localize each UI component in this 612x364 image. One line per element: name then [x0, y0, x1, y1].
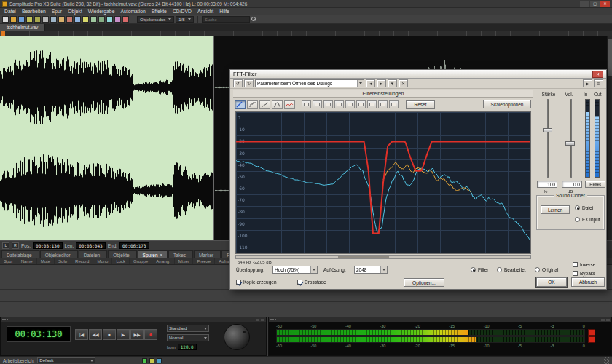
crossfade-checkbox[interactable]: Crossfade	[297, 280, 326, 285]
tab-objekte[interactable]: Objekte	[108, 250, 136, 258]
project-tab[interactable]: tschhelmut.vav	[0, 24, 45, 31]
maximize-button[interactable]: ▢	[590, 1, 600, 7]
track-column-header[interactable]: Gruppe	[130, 258, 152, 264]
spectral-pencil-icon[interactable]	[284, 100, 295, 109]
copy-icon[interactable]	[50, 16, 57, 23]
preset-combo[interactable]: Parameter beim Öffnen des Dialogs	[255, 79, 364, 87]
workspace-combo[interactable]: Default	[37, 357, 95, 363]
close-icon[interactable]: ×	[160, 253, 163, 257]
graph-hscrollbar[interactable]	[235, 255, 531, 259]
clip-indicator-left[interactable]	[588, 329, 595, 336]
vertical-scrollbar[interactable]	[607, 36, 612, 240]
delete-icon[interactable]	[66, 16, 73, 23]
record-setup-icon[interactable]	[122, 16, 129, 23]
volume-slider[interactable]	[565, 99, 576, 178]
right-channel-button[interactable]: R	[12, 242, 19, 249]
new-vip-icon[interactable]	[2, 16, 9, 23]
checkbox-icon[interactable]	[297, 280, 302, 285]
close-button[interactable]: ✕	[600, 1, 610, 7]
sync-status-icon[interactable]	[157, 358, 162, 363]
zoom-in-icon[interactable]	[90, 16, 97, 23]
stop-button[interactable]: ■	[103, 329, 116, 340]
object-mode-combo[interactable]: Objektmodus	[137, 16, 174, 23]
freehand-pencil-icon[interactable]	[235, 100, 246, 109]
track-column-header[interactable]: Mono	[93, 258, 112, 264]
timeline-marker[interactable]	[1, 31, 5, 36]
save-preset-icon[interactable]: ▼	[388, 79, 397, 87]
search-input[interactable]	[202, 16, 250, 23]
track-column-header[interactable]: Spur	[0, 258, 17, 264]
next-preset-icon[interactable]: ►	[377, 79, 386, 87]
mixer-icon[interactable]	[114, 16, 121, 23]
checkbox-icon[interactable]	[236, 280, 241, 285]
open-icon[interactable]	[10, 16, 17, 23]
ok-button[interactable]: OK	[536, 277, 567, 287]
grid-toggle-icon[interactable]	[378, 100, 388, 108]
line-tool-icon[interactable]	[259, 100, 270, 109]
search-icon[interactable]	[251, 17, 256, 22]
dialog-menu-icon[interactable]: ≡	[594, 79, 603, 87]
track-column-header[interactable]: Solo	[55, 258, 71, 264]
paste-icon[interactable]	[58, 16, 65, 23]
skip-start-button[interactable]: |◀	[75, 329, 88, 340]
track-column-header[interactable]: Lock	[112, 258, 130, 264]
monitor-edited-option[interactable]: Bearbeitet	[497, 267, 526, 272]
swap-ab-icon[interactable]	[345, 100, 355, 108]
mouse-mode-icon[interactable]	[74, 16, 81, 23]
strength-slider[interactable]	[543, 99, 553, 178]
panel-minimize-icon[interactable]	[601, 319, 605, 321]
create-copy-checkbox[interactable]: Kopie erzeugen	[236, 280, 277, 285]
radio-icon[interactable]	[471, 267, 476, 272]
snap-toggle-icon[interactable]	[106, 16, 113, 23]
smooth-curve-icon[interactable]	[367, 100, 377, 108]
drag-handle-icon[interactable]	[270, 319, 276, 320]
dialog-titlebar[interactable]: FFT-Filter ✕	[230, 70, 606, 79]
range-mode-icon[interactable]	[82, 16, 89, 23]
track-column-header[interactable]: Mute	[37, 258, 55, 264]
tab-dateiablage[interactable]: Dateiablage	[1, 250, 39, 258]
invert-curve-icon[interactable]	[356, 100, 366, 108]
link-channels-icon[interactable]	[389, 100, 399, 108]
undo-icon[interactable]	[26, 16, 33, 23]
playback-mode-combo[interactable]: Normal	[167, 334, 209, 341]
store-b-icon[interactable]	[334, 100, 344, 108]
copy-curve-icon[interactable]	[302, 100, 311, 108]
track-column-header[interactable]: Record	[71, 258, 93, 264]
menu-item[interactable]: Wiedergabe	[85, 9, 118, 14]
track-column-header[interactable]: Name	[17, 258, 37, 264]
rewind-button[interactable]: ◀◀	[89, 329, 102, 340]
overlap-combo[interactable]: Hoch (75%)	[272, 266, 318, 274]
panel-minimize-icon[interactable]	[256, 319, 259, 321]
track-column-header[interactable]: Freeze	[193, 258, 215, 264]
store-a-icon[interactable]	[323, 100, 333, 108]
paste-curve-icon[interactable]	[313, 100, 322, 108]
tab-objekteditor[interactable]: Objekteditor	[40, 250, 78, 258]
monitor-filter-option[interactable]: Filter	[471, 267, 488, 272]
checkbox-icon[interactable]	[573, 262, 578, 267]
scrollbar-thumb[interactable]	[608, 39, 612, 76]
slider-handle[interactable]	[565, 141, 575, 146]
menu-item[interactable]: Datei	[1, 9, 19, 14]
cancel-button[interactable]: Abbruch	[571, 277, 605, 287]
scale-options-button[interactable]: Skalenoptionen	[483, 100, 531, 108]
track-column-header[interactable]: Mixer	[175, 258, 194, 264]
jog-wheel[interactable]	[224, 324, 250, 350]
menu-item[interactable]: Ansicht	[195, 9, 216, 14]
tab-marker[interactable]: Marker	[194, 250, 221, 258]
monitor-original-option[interactable]: Original	[535, 267, 558, 272]
learn-button[interactable]: Lernen	[541, 205, 570, 214]
cloner-source-file-option[interactable]: Datei	[575, 205, 593, 210]
left-channel-button[interactable]: L	[2, 242, 9, 249]
menu-item[interactable]: CD/DVD	[170, 9, 195, 14]
redo-icon[interactable]: ↻	[244, 79, 254, 87]
strength-value[interactable]: 100	[537, 181, 557, 188]
cloner-source-fx-option[interactable]: FX Input	[575, 217, 600, 222]
checkbox-icon[interactable]	[573, 271, 578, 276]
clip-indicator-right[interactable]	[588, 336, 595, 343]
drag-handle-icon[interactable]	[2, 319, 8, 320]
tab-takes[interactable]: Takes	[168, 250, 193, 258]
timeline-ruler[interactable]	[0, 31, 612, 36]
delete-preset-icon[interactable]: ✕	[399, 79, 408, 87]
menu-item[interactable]: Automation	[117, 9, 148, 14]
preview-play-icon[interactable]: ▶	[583, 79, 592, 87]
